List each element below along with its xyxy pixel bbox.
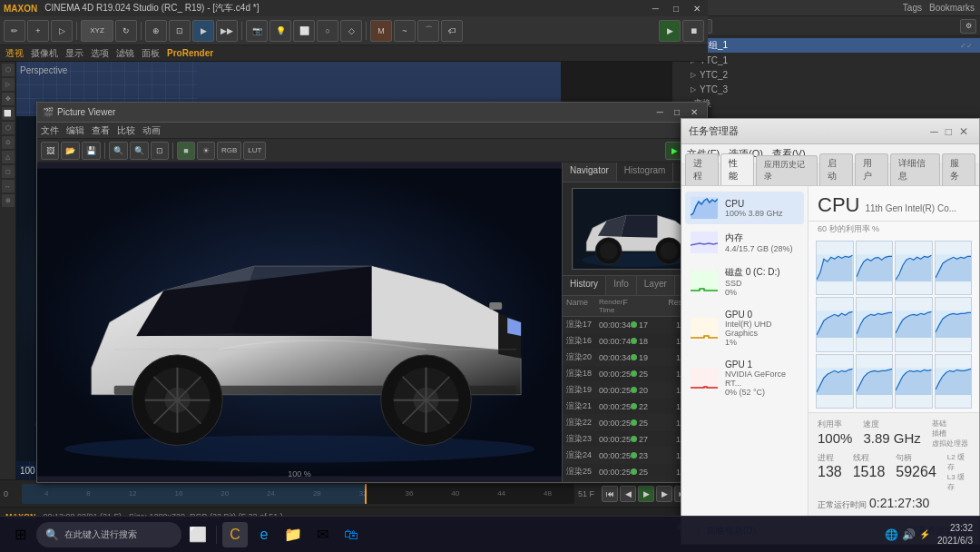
left-icon-1[interactable]: ⬡ <box>2 64 15 76</box>
picture-viewer-window[interactable]: 🎬 Picture Viewer ─ □ ✕ 文件 编辑 查看 比较 动画 🖼 … <box>36 102 708 483</box>
left-icon-9[interactable]: ↔ <box>2 180 15 192</box>
tb-mat[interactable]: M <box>370 20 392 42</box>
pv-btn-open[interactable]: 📂 <box>61 142 80 160</box>
pv-tab-history[interactable]: History <box>563 276 606 295</box>
obj-item-ytc1[interactable]: ▷ YTC_1 <box>672 53 980 67</box>
tb-render-active[interactable]: ▶ <box>192 20 214 42</box>
tb-render[interactable]: ▶▶ <box>216 20 238 42</box>
tb-camera[interactable]: 📷 <box>246 20 268 42</box>
left-icon-7[interactable]: △ <box>2 151 15 163</box>
pv-menu-animation[interactable]: 动画 <box>142 124 161 137</box>
pv-btn-lut[interactable]: LUT <box>243 142 266 160</box>
tb-move[interactable]: ⊕ <box>145 20 167 42</box>
pv-tab-layer[interactable]: Layer <box>637 276 675 295</box>
tb-edit[interactable]: ✏ <box>4 20 25 42</box>
obj-item-ytc3[interactable]: ▷ YTC_3 <box>672 82 980 96</box>
window-maximize[interactable]: □ <box>670 4 682 14</box>
tb-scale[interactable]: ⊡ <box>169 20 191 42</box>
pv-btn-zoom-out[interactable]: 🔍 <box>130 142 149 160</box>
taskbar-cinema4d-icon[interactable]: C <box>222 522 248 547</box>
tm-minimize[interactable]: ─ <box>926 125 942 138</box>
left-icon-5[interactable]: ⬡ <box>2 122 15 134</box>
obj-item-car[interactable]: ▼ 汽车组_1 ✓✓ <box>672 38 980 53</box>
pv-btn-zoom-in[interactable]: 🔍 <box>109 142 128 160</box>
tb-select[interactable]: ▷ <box>51 20 73 42</box>
tm-close[interactable]: ✕ <box>956 125 972 138</box>
left-icon-4[interactable]: ⬜ <box>2 107 15 120</box>
left-icon-6[interactable]: ⊙ <box>2 136 15 149</box>
taskbar-search-box[interactable]: 🔍 在此键入进行搜索 <box>36 522 181 547</box>
pv-btn-exposure[interactable]: ☀ <box>197 142 215 160</box>
pv-btn-new[interactable]: 🖼 <box>41 142 59 160</box>
tb-rotate[interactable]: ↻ <box>115 20 137 42</box>
pv-btn-save[interactable]: 💾 <box>82 142 101 160</box>
tb-stop[interactable]: ⏹ <box>682 20 704 42</box>
vp-prorender[interactable]: ProRender <box>167 48 213 58</box>
vp-perspective[interactable]: 透视 <box>5 47 24 60</box>
tm-tab-details[interactable]: 详细信息 <box>890 153 941 185</box>
pv-menu-view[interactable]: 查看 <box>92 124 110 137</box>
task-manager-window[interactable]: 任务管理器 ─ □ ✕ 文件(F) 选项(O) 查看(V) 进程 性能 应用历史… <box>681 118 980 545</box>
left-icon-8[interactable]: ◻ <box>2 165 15 178</box>
window-close[interactable]: ✕ <box>690 4 704 14</box>
pv-main-view[interactable]: 100 % <box>37 163 562 482</box>
tb-cube[interactable]: ⬜ <box>293 20 315 42</box>
taskbar-store-icon[interactable]: 🛍 <box>338 522 364 547</box>
pv-btn-color[interactable]: ■ <box>177 142 195 160</box>
tm-tab-services[interactable]: 服务 <box>942 153 975 185</box>
taskbar-task-view[interactable]: ⬜ <box>185 522 211 547</box>
tm-sidebar-cpu[interactable]: CPU 100% 3.89 GHz <box>685 192 804 224</box>
tb-xyz[interactable]: XYZ <box>81 20 113 42</box>
obj-item-transform[interactable]: -9 变换 <box>672 96 980 111</box>
timeline-back[interactable]: ⏮ <box>602 486 618 502</box>
tm-tab-performance[interactable]: 性能 <box>720 153 754 185</box>
pv-tab-navigator[interactable]: Navigator <box>563 163 617 182</box>
tm-tab-users[interactable]: 用户 <box>855 153 888 185</box>
pv-maximize[interactable]: □ <box>671 107 683 117</box>
pv-btn-fit[interactable]: ⊡ <box>151 142 169 160</box>
taskbar-windows-btn[interactable]: ⊞ <box>7 522 33 547</box>
pv-minimize[interactable]: ─ <box>653 107 667 117</box>
pv-menu-compare[interactable]: 比较 <box>117 124 135 137</box>
timeline-next[interactable]: ▶ <box>656 486 672 502</box>
vp-filter[interactable]: 滤镜 <box>116 47 134 60</box>
tm-tab-process[interactable]: 进程 <box>685 153 719 185</box>
tb-poly[interactable]: ◇ <box>340 20 362 42</box>
vp-display[interactable]: 显示 <box>65 47 83 60</box>
vp-cameras[interactable]: 摄像机 <box>31 47 58 60</box>
vp-panel[interactable]: 面板 <box>142 47 160 60</box>
tb-spline[interactable]: ⌒ <box>417 20 439 42</box>
timeline-play[interactable]: ▶ <box>638 486 654 502</box>
timeline-prev[interactable]: ◀ <box>620 486 636 502</box>
pv-btn-rgb[interactable]: RGB <box>217 142 241 160</box>
left-icon-10[interactable]: ⊕ <box>2 194 15 207</box>
tb-tag[interactable]: 🏷 <box>441 20 463 42</box>
tb-play[interactable]: ▶ <box>659 20 681 42</box>
pv-menu-file[interactable]: 文件 <box>41 124 59 137</box>
tb-light[interactable]: 💡 <box>270 20 291 42</box>
taskbar-edge-icon[interactable]: e <box>251 522 277 547</box>
window-minimize[interactable]: ─ <box>649 4 662 14</box>
pv-menu-edit[interactable]: 编辑 <box>66 124 84 137</box>
tb-deform[interactable]: ~ <box>394 20 416 42</box>
obj-item-ytc2[interactable]: ▷ YTC_2 <box>672 67 980 82</box>
tb-sphere[interactable]: ○ <box>317 20 338 42</box>
tm-sidebar-disk[interactable]: 磁盘 0 (C: D:) SSD0% <box>685 261 804 302</box>
taskbar-mail-icon[interactable]: ✉ <box>309 522 335 547</box>
vp-options[interactable]: 选项 <box>91 47 109 60</box>
tm-sidebar-gpu1[interactable]: GPU 1 NVIDIA GeForce RT...0% (52 °C) <box>685 354 804 402</box>
obj-settings[interactable]: ⚙ <box>960 19 976 34</box>
pv-close[interactable]: ✕ <box>687 107 701 117</box>
tm-maximize[interactable]: □ <box>942 125 956 138</box>
pv-tab-histogram[interactable]: Histogram <box>617 163 674 182</box>
pv-tab-info[interactable]: Info <box>606 276 637 295</box>
left-icon-2[interactable]: ▷ <box>2 78 15 91</box>
tm-tab-apphistory[interactable]: 应用历史记录 <box>756 155 818 185</box>
c4d-timeline[interactable]: 0 4812162024283236404448 51 F ⏮ ◀ ▶ ▶ ⏭ … <box>0 479 708 507</box>
tm-sidebar-memory[interactable]: 内存 4.4/15.7 GB (28%) <box>685 226 804 259</box>
tm-tab-startup[interactable]: 启动 <box>819 153 853 185</box>
tm-sidebar-gpu0[interactable]: GPU 0 Intel(R) UHD Graphics1% <box>685 304 804 352</box>
tray-network[interactable]: 🌐 <box>885 528 898 541</box>
left-icon-3[interactable]: ✥ <box>2 93 15 105</box>
taskbar-clock[interactable]: 23:32 2021/6/3 <box>937 522 973 547</box>
